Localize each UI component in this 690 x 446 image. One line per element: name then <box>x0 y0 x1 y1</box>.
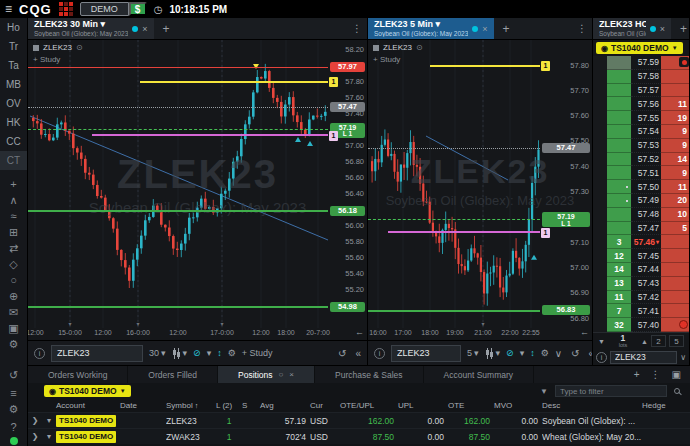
close-tab-icon[interactable]: × <box>660 24 665 34</box>
filter-funnel-icon[interactable]: ▼ <box>540 387 548 396</box>
tab-positions[interactable]: Positions○× <box>218 366 315 383</box>
collapse-icon[interactable]: ∧ <box>9 192 17 208</box>
interval-select[interactable]: 30 ▾ <box>149 348 166 358</box>
tab-purchase-sales[interactable]: Purchase & Sales <box>315 366 424 383</box>
working-order-qty[interactable]: 1 <box>541 61 550 71</box>
dom-price-cell[interactable]: 57.41 <box>631 304 661 318</box>
dom-price-cell[interactable]: 57.47 <box>631 222 661 236</box>
level-line-stop[interactable] <box>388 231 540 233</box>
chart-type-select[interactable]: ▾ <box>172 348 188 359</box>
dom-ask-cell[interactable]: 14 <box>661 153 690 167</box>
level-line-stop[interactable] <box>92 134 328 136</box>
help-icon[interactable]: ? <box>10 418 16 435</box>
add-study-link[interactable]: + Study <box>373 55 423 64</box>
lot-size-stepper[interactable]: 1lots <box>608 334 638 348</box>
series-settings-icon[interactable]: ⊙ <box>76 43 83 52</box>
panel-menu-icon[interactable]: ⋮ <box>572 18 592 39</box>
tab-orders-filled[interactable]: Orders Filled <box>128 366 218 383</box>
dom-ask-cell[interactable] <box>661 318 690 332</box>
lot-decrement-icon[interactable]: ▼ <box>598 338 605 345</box>
dom-symbol-input[interactable] <box>610 351 677 364</box>
dom-price-cell[interactable]: 57.46▾ <box>631 235 661 249</box>
dom-price-cell[interactable]: 57.54 <box>631 125 661 139</box>
hide-orders-icon[interactable]: ⊘ <box>193 348 201 358</box>
record-button[interactable] <box>679 320 688 329</box>
dom-bid-cell[interactable]: 11 <box>607 291 631 305</box>
add-icon[interactable]: + <box>10 176 16 192</box>
line-chart-icon[interactable]: ≈ <box>10 208 16 224</box>
settings-icon[interactable]: ⚙ <box>9 401 19 418</box>
lot-preset-5-button[interactable]: 5 <box>669 335 684 347</box>
chart-settings-icon[interactable]: ⚙ <box>228 348 236 358</box>
close-tab-icon[interactable]: × <box>289 370 294 379</box>
dom-price-cell[interactable]: 57.57 <box>631 84 661 98</box>
undo-icon[interactable]: ↺ <box>9 367 18 384</box>
autoscale-icon[interactable]: ↕ <box>530 348 535 358</box>
column-header-cur[interactable]: Cur <box>310 401 340 410</box>
dom-bid-cell[interactable] <box>607 125 631 139</box>
dom-ask-cell[interactable]: 9 <box>661 125 690 139</box>
chart-type-select[interactable]: ▾ <box>485 348 501 359</box>
undo-icon[interactable]: ↺ <box>571 348 579 359</box>
dom-price-cell[interactable]: 57.40 <box>631 318 661 332</box>
dom-ask-cell[interactable]: 9 <box>661 166 690 180</box>
panel-menu-icon[interactable]: ⋮ <box>651 369 661 380</box>
dom-price-cell[interactable]: 57.50 <box>631 180 661 194</box>
dom-ask-cell[interactable] <box>661 249 690 263</box>
dom-bid-cell[interactable] <box>607 139 631 153</box>
dom-price-cell[interactable]: 57.45 <box>631 249 661 263</box>
column-header-s[interactable]: S <box>242 401 260 410</box>
sidebar-item-ho[interactable]: Ho <box>0 18 27 37</box>
position-row[interactable]: ❯▾TS1040 DEMOZLEK23157.19USD162.000.0016… <box>28 412 690 428</box>
dom-ask-cell[interactable]: 11 <box>661 97 690 111</box>
sidebar-item-ov[interactable]: OV <box>0 94 27 113</box>
column-header-ote-upl[interactable]: OTE/UPL <box>340 401 398 410</box>
list-icon[interactable]: ≡ <box>10 384 16 401</box>
dropdown-icon[interactable]: ▾ <box>520 348 525 358</box>
hamburger-menu-icon[interactable]: ≡ <box>5 3 12 15</box>
column-header-l-2-[interactable]: L (2) <box>216 401 242 410</box>
chart-area-30min[interactable]: ZLEK23 Soybean Oil (Globex): May 2023 ZL… <box>28 40 367 340</box>
sidebar-item-tr[interactable]: Tr <box>0 37 27 56</box>
maximize-panel-icon[interactable]: ▣ <box>672 369 681 380</box>
grid-icon[interactable]: ⊞ <box>9 224 18 240</box>
tab-options-icon[interactable]: ○ <box>279 370 284 379</box>
info-icon[interactable]: i <box>596 352 607 363</box>
dom-bid-cell[interactable] <box>607 97 631 111</box>
expand-row-icon[interactable]: ❯ <box>28 416 42 425</box>
add-study-button[interactable]: + Study <box>242 348 273 358</box>
symbol-input[interactable] <box>51 345 143 362</box>
chevron-down-icon[interactable]: ∨ <box>555 348 562 359</box>
hide-orders-icon[interactable]: ⊘ <box>506 348 514 358</box>
dom-bid-cell[interactable]: 14 <box>607 263 631 277</box>
globe-icon[interactable]: ⊕ <box>9 288 18 304</box>
dom-ask-cell[interactable] <box>661 84 690 98</box>
dom-ask-cell[interactable] <box>661 304 690 318</box>
dom-price-cell[interactable]: 57.48 <box>631 208 661 222</box>
dom-price-cell[interactable]: 57.44 <box>631 263 661 277</box>
dom-ask-cell[interactable]: 20 <box>661 194 690 208</box>
symbol-input[interactable] <box>391 345 461 362</box>
lot-increment-icon[interactable]: ▲ <box>641 338 648 345</box>
chevron-down-icon[interactable]: ∨ <box>680 353 686 362</box>
sidebar-item-cc[interactable]: CC <box>0 132 27 151</box>
sidebar-item-ta[interactable]: Ta <box>0 56 27 75</box>
tab-account-summary[interactable]: Account Summary <box>424 366 534 383</box>
dom-price-cell[interactable]: 57.56 <box>631 97 661 111</box>
add-study-link[interactable]: + Study <box>33 55 83 64</box>
dom-bid-cell[interactable]: 13 <box>607 277 631 291</box>
sidebar-item-hk[interactable]: HK <box>0 113 27 132</box>
working-order-qty[interactable]: 1 <box>329 77 338 87</box>
account-selector[interactable]: ◉TS1040 DEMO▼ <box>44 385 131 397</box>
column-header-date[interactable]: Date <box>120 401 166 410</box>
tab-zlek23-hot[interactable]: ZLEK23 HOT ▾ Soybean Oil (Glob... × <box>593 18 671 39</box>
info-icon[interactable]: i <box>34 348 45 359</box>
stop-order-qty[interactable]: 1 <box>541 228 550 238</box>
series-settings-icon[interactable]: ⊙ <box>416 43 423 52</box>
scroll-latest-button[interactable]: ← <box>580 327 589 337</box>
dom-bid-cell[interactable]: 32 <box>607 318 631 332</box>
panel-icon[interactable]: ▣ <box>8 320 18 336</box>
account-selector[interactable]: ◉TS1040 DEMO▼ <box>596 42 683 54</box>
dom-bid-cell[interactable] <box>607 166 631 180</box>
add-panel-icon[interactable]: + <box>634 369 640 380</box>
